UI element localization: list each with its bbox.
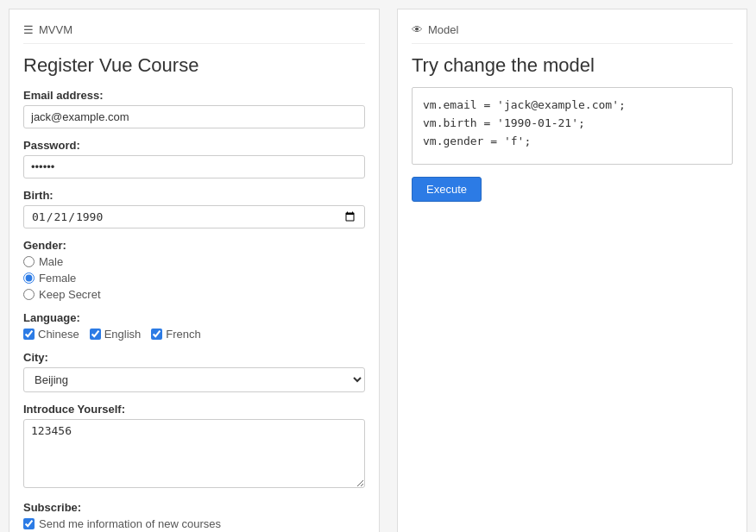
gender-secret-item[interactable]: Keep Secret [23, 288, 365, 301]
gender-male-item[interactable]: Male [23, 255, 365, 268]
lang-chinese-checkbox[interactable] [23, 329, 35, 340]
email-label: Email address: [23, 89, 365, 102]
language-group: Language: Chinese English French [23, 311, 365, 341]
gender-radio-group: Male Female Keep Secret [23, 255, 365, 301]
subscribe-label: Subscribe: [23, 501, 365, 514]
language-checkboxes: Chinese English French [23, 328, 365, 341]
gender-group: Gender: Male Female Keep Secret [23, 239, 365, 301]
lang-french-item[interactable]: French [151, 328, 200, 341]
code-line-2: vm.birth = '1990-01-21'; [423, 115, 721, 133]
subscribe-text: Send me information of new courses [39, 517, 221, 530]
code-line-1: vm.email = 'jack@example.com'; [423, 97, 721, 115]
password-input[interactable] [23, 155, 365, 178]
eye-icon: 👁 [412, 23, 423, 36]
gender-secret-label: Keep Secret [39, 288, 101, 301]
intro-textarea[interactable]: 123456 [23, 419, 365, 488]
lang-french-label: French [166, 328, 200, 341]
gender-secret-radio[interactable] [23, 289, 35, 300]
gender-male-radio[interactable] [23, 256, 35, 267]
birth-input[interactable] [23, 205, 365, 228]
city-select[interactable]: Beijing Shanghai Guangzhou Shenzhen [23, 367, 365, 392]
subscribe-checkbox[interactable] [23, 518, 35, 529]
subscribe-row[interactable]: Send me information of new courses [23, 517, 365, 530]
left-panel-header: ☰ MVVM [23, 23, 365, 44]
password-label: Password: [23, 139, 365, 152]
left-panel: ☰ MVVM Register Vue Course Email address… [9, 9, 380, 532]
lang-english-item[interactable]: English [90, 328, 142, 341]
email-group: Email address: [23, 89, 365, 128]
execute-button[interactable]: Execute [412, 177, 482, 202]
gender-male-label: Male [39, 255, 63, 268]
birth-group: Birth: [23, 189, 365, 228]
model-header-label: Model [428, 23, 458, 36]
lang-english-label: English [104, 328, 142, 341]
code-box: vm.email = 'jack@example.com'; vm.birth … [412, 87, 733, 165]
intro-group: Introduce Yourself: 123456 [23, 403, 365, 491]
form-title: Register Vue Course [23, 54, 365, 77]
right-section-title: Try change the model [412, 54, 733, 77]
intro-label: Introduce Yourself: [23, 403, 365, 416]
city-group: City: Beijing Shanghai Guangzhou Shenzhe… [23, 351, 365, 392]
password-group: Password: [23, 139, 365, 178]
birth-label: Birth: [23, 189, 365, 202]
language-label: Language: [23, 311, 365, 324]
lang-chinese-label: Chinese [38, 328, 79, 341]
code-line-3: vm.gender = 'f'; [423, 133, 721, 151]
right-panel: 👁 Model Try change the model vm.email = … [397, 9, 747, 532]
lang-english-checkbox[interactable] [90, 329, 101, 340]
gender-female-item[interactable]: Female [23, 272, 365, 285]
app-title: MVVM [39, 23, 72, 36]
email-input[interactable] [23, 105, 365, 128]
gender-female-radio[interactable] [23, 272, 35, 284]
lang-chinese-item[interactable]: Chinese [23, 328, 79, 341]
gender-female-label: Female [39, 272, 76, 285]
gender-label: Gender: [23, 239, 365, 252]
lang-french-checkbox[interactable] [151, 329, 162, 340]
subscribe-group: Subscribe: Send me information of new co… [23, 501, 365, 530]
city-label: City: [23, 351, 365, 364]
list-icon: ☰ [23, 23, 34, 36]
right-panel-header: 👁 Model [412, 23, 733, 44]
